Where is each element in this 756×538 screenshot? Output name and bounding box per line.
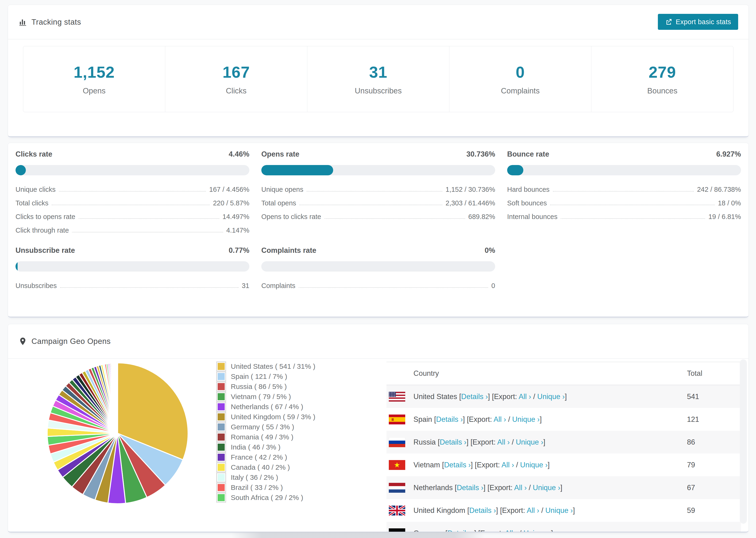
campaign-geo-opens-card: Campaign Geo Opens United States ( 541 /…	[8, 324, 749, 532]
detail-value: 220 / 5.87%	[213, 199, 249, 207]
vn-flag-icon	[389, 460, 405, 470]
bracket: ]	[540, 415, 542, 423]
legend-label: Germany ( 55 / 3% )	[231, 423, 294, 431]
flag-cell	[387, 506, 413, 515]
detail-value: 1,152 / 30.736%	[446, 186, 495, 193]
geo-export-unique-link[interactable]: Unique ›	[516, 438, 543, 446]
dotted-leader	[59, 191, 206, 191]
geo-details-link[interactable]: Details ›	[436, 415, 463, 423]
geo-details-link[interactable]: Details ›	[444, 461, 471, 469]
geo-table-row: Russia [Details ›] [Export: All › / Uniq…	[387, 431, 741, 454]
bracket: ]	[548, 461, 550, 469]
slash-separator: /	[514, 461, 520, 469]
legend-item: Vietnam ( 79 / 5% )	[216, 392, 315, 402]
geo-export-all-link[interactable]: All ›	[527, 506, 539, 514]
geo-export-all-link[interactable]: All ›	[494, 415, 506, 423]
detail-label: Click through rate	[16, 227, 69, 234]
stat-bounces-label: Bounces	[647, 86, 677, 95]
complaints-rate-value: 0%	[485, 246, 495, 255]
opens-rate-value: 30.736%	[466, 150, 495, 158]
legend-item: Spain ( 121 / 7% )	[216, 371, 315, 381]
geo-details-link[interactable]: Details ›	[461, 393, 488, 401]
unsubscribe-rate-title: Unsubscribe rate	[16, 246, 75, 255]
legend-swatch	[216, 432, 226, 442]
bracket: ]	[471, 461, 475, 469]
bar-chart-icon	[18, 18, 27, 27]
country-name: United States	[413, 393, 459, 401]
opens-rate-block: Opens rate 30.736% Unique opens1,152 / 3…	[261, 150, 495, 227]
slash-separator: /	[527, 484, 533, 492]
geo-export-unique-link[interactable]: Unique ›	[537, 393, 565, 401]
legend-swatch	[216, 462, 226, 472]
geo-export-all-link[interactable]: All ›	[519, 393, 531, 401]
export-basic-stats-button[interactable]: Export basic stats	[658, 14, 738, 30]
detail-row: Clicks to opens rate14.497%	[16, 213, 249, 221]
detail-label: Unique clicks	[16, 186, 56, 193]
detail-value: 18 / 0%	[718, 199, 741, 207]
stat-complaints-label: Complaints	[501, 86, 540, 95]
legend-label: United States ( 541 / 31% )	[231, 362, 315, 370]
stat-unsubscribes-label: Unsubscribes	[355, 86, 402, 95]
detail-row: Total clicks220 / 5.87%	[16, 199, 249, 207]
geo-export-all-link[interactable]: All ›	[502, 461, 514, 469]
dotted-leader	[561, 218, 705, 219]
geo-export-unique-link[interactable]: Unique ›	[545, 506, 573, 514]
legend-label: Brazil ( 33 / 2% )	[231, 484, 283, 492]
detail-value: 2,303 / 61.446%	[446, 199, 495, 207]
map-pin-icon	[18, 337, 27, 346]
bracket: [	[467, 506, 469, 514]
legend-label: South Africa ( 29 / 2% )	[231, 494, 303, 502]
geo-details-link[interactable]: Details ›	[469, 506, 496, 514]
geo-details-link[interactable]: Details ›	[440, 438, 466, 446]
detail-label: Unique opens	[261, 186, 303, 193]
bracket: [	[438, 438, 440, 446]
country-name: Netherlands	[413, 484, 455, 492]
clicks-rate-title: Clicks rate	[16, 150, 52, 158]
dotted-leader	[307, 191, 442, 191]
geo-export-all-link[interactable]: All ›	[497, 438, 510, 446]
export-prefix: [Export:	[467, 415, 494, 423]
legend-item: Netherlands ( 67 / 4% )	[216, 402, 315, 412]
geo-details-link[interactable]: Details ›	[457, 484, 483, 492]
bracket: ]	[466, 438, 470, 446]
complaints-rate-bar	[261, 261, 495, 272]
geo-export-all-link[interactable]: All ›	[514, 484, 527, 492]
geo-export-unique-link[interactable]: Unique ›	[533, 484, 560, 492]
detail-row: Soft bounces18 / 0%	[507, 199, 741, 207]
detail-row: Hard bounces242 / 86.738%	[507, 186, 741, 193]
geo-pie-chart	[45, 360, 190, 506]
es-flag-icon	[389, 414, 405, 424]
geo-export-unique-link[interactable]: Unique ›	[512, 415, 540, 423]
bottom-scroll-shadow	[231, 532, 485, 538]
detail-row: Complaints0	[261, 282, 495, 290]
geo-table-scrollbar-track[interactable]	[740, 359, 747, 524]
legend-label: Spain ( 121 / 7% )	[231, 372, 287, 381]
total-column-header: Total	[687, 369, 741, 378]
detail-label: Opens to clicks rate	[261, 213, 321, 221]
geo-export-all-link[interactable]: All ›	[505, 529, 517, 533]
rates-card: Clicks rate 4.46% Unique clicks167 / 4.4…	[8, 143, 749, 317]
detail-row: Unsubscribes31	[16, 282, 249, 290]
slash-separator: /	[517, 529, 523, 533]
bounce-rate-value: 6.927%	[716, 150, 741, 158]
geo-export-unique-link[interactable]: Unique ›	[523, 529, 551, 533]
bracket: ]	[551, 529, 553, 533]
unsubscribe-rate-bar-fill	[16, 261, 18, 272]
export-icon	[665, 18, 673, 26]
legend-swatch	[216, 402, 226, 412]
country-name: Spain	[413, 415, 434, 423]
detail-label: Internal bounces	[507, 213, 557, 221]
unsubscribe-rate-block: Unsubscribe rate 0.77% Unsubscribes31	[16, 246, 249, 296]
geo-export-unique-link[interactable]: Unique ›	[520, 461, 548, 469]
detail-row: Unique opens1,152 / 30.736%	[261, 186, 495, 193]
flag-cell	[387, 437, 413, 447]
total-cell: 59	[687, 506, 741, 515]
total-cell: 121	[687, 415, 741, 424]
detail-row: Unique clicks167 / 4.456%	[16, 186, 249, 193]
slash-separator: /	[539, 506, 545, 514]
clicks-rate-value: 4.46%	[229, 150, 249, 158]
detail-value: 19 / 6.81%	[708, 213, 741, 221]
legend-item: France ( 42 / 2% )	[216, 452, 315, 462]
legend-item: South Africa ( 29 / 2% )	[216, 493, 315, 503]
detail-value: 689.82%	[468, 213, 495, 221]
